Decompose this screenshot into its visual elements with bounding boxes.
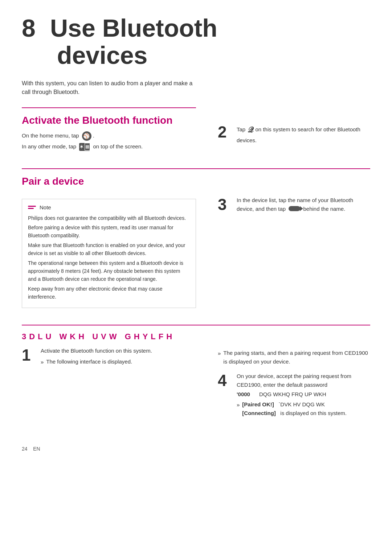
step1-bullet1: » The following interface is displayed.: [41, 357, 152, 366]
section1-divider: [22, 107, 196, 108]
page-footer: 24 EN: [22, 446, 370, 452]
step2-number: 2: [218, 124, 237, 140]
step3-number: 3: [218, 197, 237, 213]
page-number: 24: [22, 446, 28, 452]
page-lang: EN: [33, 446, 40, 452]
arrow-icon: [289, 205, 300, 214]
section1-instructions: On the home menu, tap ⚾. In any other mo…: [22, 131, 196, 151]
section1-title: Activate the Bluetooth function: [22, 115, 196, 126]
step4-content: On your device, accept the pairing reque…: [237, 372, 370, 418]
step4-bullet1: » [Paired OK!] `DVK HV DQG WK [Connectin…: [237, 400, 370, 418]
note-label: Note: [40, 204, 51, 210]
home-icon: ⚾: [82, 131, 91, 141]
section2-divider: [22, 168, 370, 169]
search-icon: 𝒬: [248, 123, 253, 136]
note-icon: [28, 206, 36, 209]
step3-content: In the device list, tap the name of your…: [237, 196, 370, 214]
step4-number: 4: [218, 373, 237, 389]
step1-number: 1: [22, 347, 41, 363]
step1-row: 1 Activate the Bluetooth function on thi…: [22, 346, 196, 366]
step4-row: 4 On your device, accept the pairing req…: [218, 372, 370, 418]
step3-row: 3 In the device list, tap the name of yo…: [218, 196, 370, 214]
step2-content: Tap 𝒬 on this system to search for other…: [237, 123, 370, 145]
chapter-title-text: Use Bluetooth devices: [50, 15, 217, 69]
step1-bullet-right: » The paring starts, and then a pairing …: [218, 349, 370, 366]
note-box: Note Philips does not guarantee the comp…: [22, 199, 196, 308]
settings-control-icon: ✶▦: [79, 143, 90, 151]
section2-title: Pair a device: [22, 176, 370, 187]
page-title: 8 Use Bluetooth devices: [22, 15, 370, 69]
intro-text: With this system, you can listen to audi…: [22, 79, 196, 97]
section3-divider: [22, 325, 370, 325]
note-content: Philips does not guarantee the compatibi…: [28, 214, 190, 301]
section3-title: 3DLU WKH UVW GHYLFH: [22, 332, 370, 341]
step2-row: 2 Tap 𝒬 on this system to search for oth…: [218, 123, 370, 145]
chapter-number: 8: [22, 15, 44, 42]
step1-content: Activate the Bluetooth function on this …: [41, 346, 152, 366]
